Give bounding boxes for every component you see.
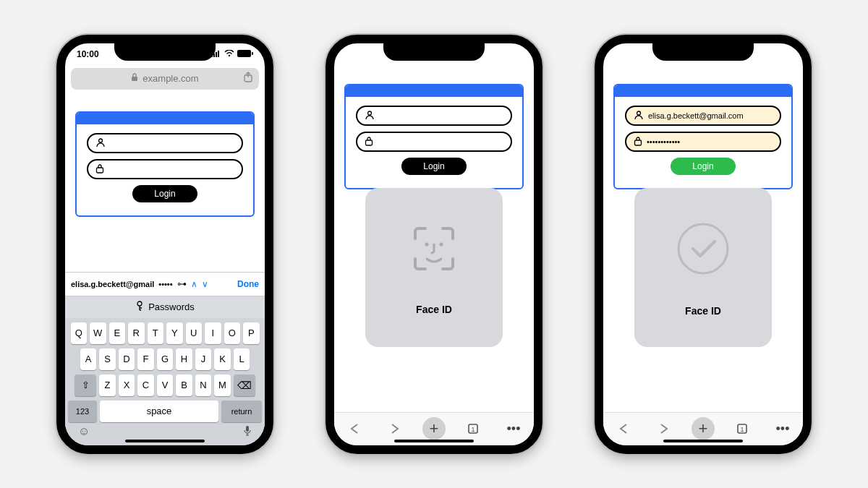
login-button[interactable]: Login	[671, 158, 736, 175]
key-g[interactable]: G	[157, 348, 174, 370]
username-field[interactable]	[356, 106, 512, 126]
return-key[interactable]: return	[221, 401, 262, 422]
key-a[interactable]: A	[80, 348, 97, 370]
status-right	[211, 49, 253, 59]
backspace-key[interactable]: ⌫	[234, 374, 255, 396]
key-n[interactable]: N	[195, 374, 212, 396]
phone-screen-3: elisa.g.beckett@gmail.com •••••••••••• L…	[595, 35, 812, 454]
key-k[interactable]: K	[214, 348, 231, 370]
svg-rect-20	[635, 140, 642, 145]
password-value: ••••••••••••	[647, 137, 680, 146]
lock-icon	[95, 163, 104, 175]
key-d[interactable]: D	[119, 348, 135, 370]
svg-point-16	[440, 242, 443, 246]
back-button[interactable]	[610, 416, 637, 442]
space-key[interactable]: space	[100, 401, 218, 422]
key-l[interactable]: L	[234, 348, 250, 370]
svg-rect-6	[252, 52, 253, 55]
key-s[interactable]: S	[99, 348, 116, 370]
password-field[interactable]: ••••••••••••	[625, 132, 781, 152]
svg-point-21	[678, 224, 728, 273]
autofill-suggestion-user[interactable]: elisa.g.beckett@gmail	[71, 280, 154, 288]
forward-button[interactable]	[651, 416, 677, 442]
status-time: 10:00	[77, 49, 99, 59]
lock-icon	[131, 73, 138, 84]
key-v[interactable]: V	[157, 374, 174, 396]
chevron-down-icon[interactable]: ∨	[202, 279, 208, 289]
passwords-bar[interactable]: Passwords	[65, 296, 265, 318]
key-h[interactable]: H	[176, 348, 192, 370]
svg-text:1: 1	[740, 426, 744, 433]
faceid-label: Face ID	[416, 304, 452, 315]
key-f[interactable]: F	[137, 348, 154, 370]
svg-rect-5	[237, 50, 251, 57]
username-field[interactable]	[87, 133, 243, 153]
password-field[interactable]	[356, 132, 512, 152]
person-icon	[365, 110, 375, 121]
key-icon[interactable]: ⊶	[177, 278, 187, 289]
new-tab-button[interactable]: +	[692, 417, 715, 440]
keyboard-row-1: QWERTYUIOP	[68, 322, 262, 344]
key-e[interactable]: E	[109, 322, 126, 344]
lock-icon	[365, 136, 373, 147]
share-icon[interactable]	[243, 72, 253, 85]
card-titlebar	[615, 85, 791, 97]
key-r[interactable]: R	[128, 322, 145, 344]
svg-point-13	[368, 111, 372, 115]
home-indicator[interactable]	[394, 440, 474, 442]
keyboard[interactable]: elisa.g.beckett@gmail ••••• ⊶ ∧ ∨ Done P…	[65, 272, 265, 445]
svg-point-9	[99, 139, 103, 142]
login-card: Login	[75, 111, 255, 217]
new-tab-button[interactable]: +	[422, 417, 446, 440]
more-button[interactable]: •••	[770, 416, 796, 442]
svg-point-19	[637, 111, 641, 115]
keyboard-accessory: elisa.g.beckett@gmail ••••• ⊶ ∧ ∨ Done	[65, 272, 265, 296]
key-b[interactable]: B	[176, 374, 192, 396]
phone-screen-1: 10:00 example.com	[56, 35, 273, 454]
key-p[interactable]: P	[243, 322, 260, 344]
keyboard-done-button[interactable]: Done	[237, 279, 259, 289]
login-button[interactable]: Login	[132, 185, 197, 202]
notch	[383, 42, 485, 61]
key-m[interactable]: M	[214, 374, 231, 396]
forward-button[interactable]	[382, 416, 408, 442]
svg-rect-14	[366, 140, 373, 145]
keyboard-row-bottom: 123 space return	[68, 401, 262, 422]
key-y[interactable]: Y	[166, 322, 183, 344]
home-indicator[interactable]	[663, 440, 743, 442]
key-o[interactable]: O	[224, 322, 241, 344]
svg-rect-7	[132, 77, 137, 81]
page-content: Login	[65, 93, 265, 230]
emoji-key[interactable]: ☺	[78, 425, 90, 440]
key-q[interactable]: Q	[71, 322, 88, 344]
key-u[interactable]: U	[186, 322, 203, 344]
numbers-key[interactable]: 123	[68, 401, 97, 422]
key-c[interactable]: C	[137, 374, 154, 396]
svg-text:1: 1	[471, 426, 475, 433]
key-z[interactable]: Z	[99, 374, 116, 396]
keyboard-row-3: ⇧ ZXCVBNM ⌫	[68, 374, 262, 396]
key-w[interactable]: W	[90, 322, 106, 344]
autofill-suggestion-pw[interactable]: •••••	[158, 280, 172, 288]
chevron-up-icon[interactable]: ∧	[191, 279, 197, 289]
address-bar[interactable]: example.com	[71, 68, 259, 90]
shift-key[interactable]: ⇧	[75, 374, 96, 396]
mic-key[interactable]	[243, 425, 252, 440]
back-button[interactable]	[341, 416, 367, 442]
key-j[interactable]: J	[195, 348, 212, 370]
tabs-button[interactable]: 1	[729, 416, 755, 442]
tabs-button[interactable]: 1	[460, 416, 486, 442]
username-field[interactable]: elisa.g.beckett@gmail.com	[625, 106, 781, 126]
key-i[interactable]: I	[205, 322, 221, 344]
key-t[interactable]: T	[148, 322, 164, 344]
passwords-label: Passwords	[148, 301, 195, 312]
faceid-success: Face ID	[634, 188, 772, 347]
more-button[interactable]: •••	[501, 416, 527, 442]
person-icon	[95, 137, 106, 149]
svg-rect-3	[218, 51, 219, 57]
login-button[interactable]: Login	[401, 158, 467, 175]
home-indicator[interactable]	[125, 440, 205, 442]
svg-rect-12	[246, 426, 249, 432]
password-field[interactable]	[87, 159, 243, 179]
key-x[interactable]: X	[119, 374, 135, 396]
